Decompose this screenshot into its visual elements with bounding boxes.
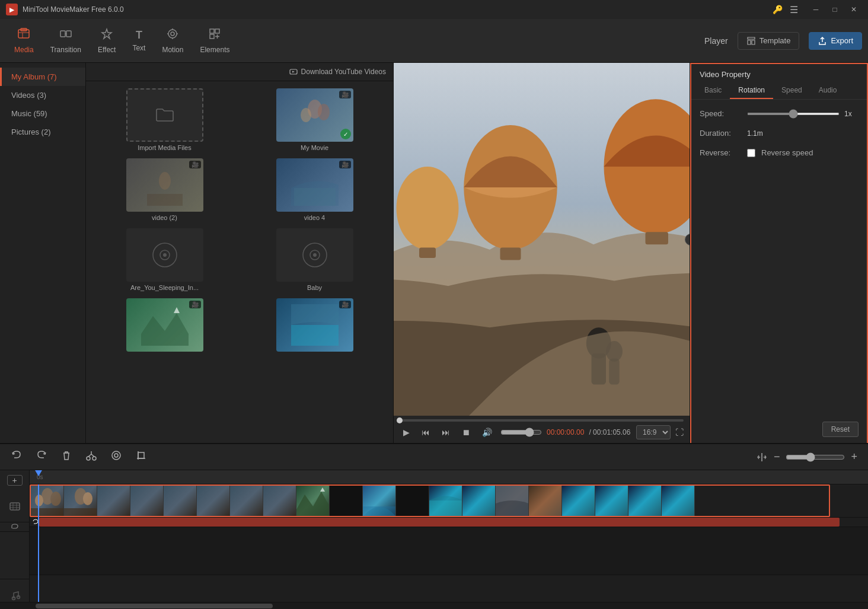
download-label: Download YouTube Videos <box>301 68 386 76</box>
music2-item[interactable]: Baby <box>243 228 386 291</box>
progress-bar[interactable] <box>400 419 684 422</box>
redo-button[interactable] <box>33 447 50 467</box>
music1-item[interactable]: Are_You_Sleeping_In... <box>93 228 236 291</box>
track-frame-10 <box>330 486 363 516</box>
toolbar-text[interactable]: T Text <box>124 23 154 59</box>
crop-button[interactable] <box>133 447 149 467</box>
video4-label: video 4 <box>304 214 325 221</box>
svg-point-7 <box>168 30 177 38</box>
stop-button[interactable]: ⏹ <box>458 425 474 439</box>
audio-btn[interactable] <box>108 447 125 467</box>
time-total: / 00:01:05.06 <box>589 428 630 436</box>
zoom-out-button[interactable]: − <box>771 449 783 464</box>
lake-item[interactable]: 🎥 <box>243 298 386 354</box>
play-button[interactable]: ▶ <box>400 425 413 439</box>
horizontal-scrollbar[interactable] <box>0 602 868 609</box>
volume-slider[interactable] <box>500 428 542 437</box>
speed-slider[interactable] <box>747 113 840 115</box>
timeline-main[interactable]: 0s <box>30 470 868 602</box>
player-controls: ▶ ⏮ ⏭ ⏹ 🔊 00:00:00.00 / 00:01:05.06 16:9… <box>394 416 690 443</box>
timeline-left: + <box>0 470 30 602</box>
mountain-item[interactable]: 🎥 <box>93 298 236 354</box>
sidebar: My Album (7) Videos (3) Music (59) Pictu… <box>0 63 86 443</box>
svg-point-19 <box>318 104 330 120</box>
motion-icon <box>166 27 179 43</box>
toolbar-transition[interactable]: Transition <box>42 23 90 59</box>
svg-point-33 <box>397 167 459 250</box>
fullscreen-button[interactable]: ⛶ <box>675 428 684 437</box>
toolbar-media[interactable]: Media <box>6 23 42 59</box>
svg-point-60 <box>35 495 43 506</box>
aspect-ratio-select[interactable]: 16:9 9:16 1:1 4:3 <box>636 425 671 439</box>
track-icons <box>0 490 30 602</box>
duration-row: Duration: 1.1m <box>700 129 859 138</box>
prev-frame-button[interactable]: ⏮ <box>418 425 433 439</box>
maximize-button[interactable]: □ <box>826 3 843 16</box>
reset-button[interactable]: Reset <box>822 422 859 437</box>
cut-button[interactable] <box>83 447 100 467</box>
split-icon <box>756 451 768 463</box>
reverse-checkbox[interactable] <box>747 149 755 157</box>
track-frame-1 <box>31 486 64 516</box>
close-button[interactable]: ✕ <box>845 3 862 16</box>
scrollbar-thumb[interactable] <box>36 604 273 608</box>
progress-dot <box>397 417 403 423</box>
elements-icon <box>208 27 221 43</box>
import-media-item[interactable]: Import Media Files <box>93 88 236 151</box>
volume-button[interactable]: 🔊 <box>478 425 496 439</box>
sidebar-item-music[interactable]: Music (59) <box>0 104 85 123</box>
tab-basic[interactable]: Basic <box>696 82 730 99</box>
minimize-button[interactable]: ─ <box>808 3 824 16</box>
reverse-speed-label: Reverse speed <box>761 148 813 157</box>
undo-button[interactable] <box>8 447 25 467</box>
video2-item[interactable]: 🎥 video (2) <box>93 158 236 221</box>
sidebar-item-videos[interactable]: Videos (3) <box>0 86 85 104</box>
svg-rect-34 <box>419 248 436 259</box>
media-grid: Download YouTube Videos Import Media Fil… <box>86 63 394 443</box>
track-frame-19 <box>628 486 662 516</box>
video-track-content <box>30 484 830 517</box>
svg-rect-67 <box>429 500 462 516</box>
svg-rect-32 <box>500 248 521 260</box>
sidebar-item-my-album[interactable]: My Album (7) <box>0 68 85 86</box>
timeline: + <box>0 470 868 602</box>
video2-thumb: 🎥 <box>126 158 203 212</box>
svg-rect-56 <box>10 503 20 510</box>
toolbar-elements[interactable]: Elements <box>192 23 238 59</box>
key-icon[interactable]: 🔑 <box>773 5 783 14</box>
track-frame-5 <box>164 486 197 516</box>
toolbar-motion[interactable]: Motion <box>154 23 192 59</box>
add-track-button[interactable]: + <box>7 475 23 486</box>
download-youtube-btn[interactable]: Download YouTube Videos <box>289 68 386 76</box>
effect-label: Effect <box>98 46 116 54</box>
video2-cam-badge: 🎥 <box>189 161 201 168</box>
svg-point-48 <box>112 451 120 460</box>
tab-audio[interactable]: Audio <box>810 82 845 99</box>
svg-rect-5 <box>66 31 71 37</box>
zoom-slider[interactable] <box>786 452 845 462</box>
delete-button[interactable] <box>58 447 75 467</box>
sidebar-item-pictures[interactable]: Pictures (2) <box>0 123 85 141</box>
app-title: MiniTool MovieMaker Free 6.0.0 <box>23 5 773 14</box>
my-movie-thumb: 🎥 ✓ <box>276 88 353 142</box>
svg-rect-66 <box>363 506 396 516</box>
tab-rotation[interactable]: Rotation <box>730 82 773 99</box>
timeline-toolbar: − + <box>0 444 868 470</box>
video4-item[interactable]: 🎥 video 4 <box>243 158 386 221</box>
media-grid-items: Import Media Files 🎥 ✓ My Movie <box>86 81 393 361</box>
svg-rect-50 <box>138 452 144 458</box>
zoom-in-button[interactable]: + <box>848 449 860 464</box>
next-frame-button[interactable]: ⏭ <box>438 425 454 439</box>
svg-point-18 <box>301 108 311 122</box>
my-movie-item[interactable]: 🎥 ✓ My Movie <box>243 88 386 151</box>
duration-value: 1.1m <box>747 129 763 138</box>
template-button[interactable]: Template <box>738 32 800 50</box>
media-icon <box>17 27 30 43</box>
export-button[interactable]: Export <box>809 32 862 50</box>
controls-row: ▶ ⏮ ⏭ ⏹ 🔊 00:00:00.00 / 00:01:05.06 16:9… <box>400 425 684 439</box>
svg-rect-29 <box>291 325 339 346</box>
tab-speed[interactable]: Speed <box>773 82 810 99</box>
toolbar-effect[interactable]: Effect <box>90 23 124 59</box>
app-icon: ▶ <box>6 4 18 15</box>
menu-icon[interactable]: ☰ <box>790 4 798 15</box>
